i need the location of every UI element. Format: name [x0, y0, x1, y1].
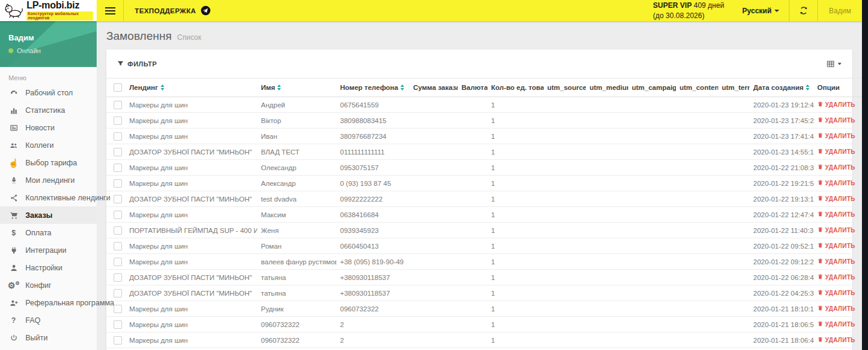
sidebar-item-statistics[interactable]: Статистика — [0, 101, 97, 119]
column-header-phone[interactable]: Номер телефона — [336, 78, 410, 97]
sidebar-item-orders[interactable]: Заказы — [0, 206, 97, 224]
row-checkbox[interactable] — [114, 195, 122, 203]
sidebar-item-faq[interactable]: ? FAQ — [0, 311, 97, 329]
row-checkbox[interactable] — [114, 148, 122, 156]
delete-button[interactable]: УДАЛИТЬ — [817, 242, 855, 250]
sidebar-item-collective-landings[interactable]: Коллективные лендинги — [0, 189, 97, 206]
cell-utm_source — [544, 270, 586, 285]
sidebar-item-integrations[interactable]: Интеграции — [0, 241, 97, 259]
column-label: utm_source — [547, 84, 586, 91]
cell-created: 2020-01-23 17:41:43 — [750, 129, 814, 144]
telegram-icon — [201, 5, 211, 16]
vertical-scrollbar[interactable] — [862, 0, 868, 350]
sidebar-item-logout[interactable]: Выйти — [0, 329, 97, 346]
cell-created: 2020-01-21 18:10:16 — [750, 301, 814, 317]
column-header-name[interactable]: Имя — [257, 78, 336, 97]
delete-button[interactable]: УДАЛИТЬ — [817, 195, 855, 203]
columns-visibility-button[interactable] — [826, 60, 841, 68]
delete-button[interactable]: УДАЛИТЬ — [817, 179, 855, 187]
cell-qty: 1 — [487, 238, 544, 254]
cell-created: 2020-01-22 12:47:43 — [750, 207, 814, 223]
cell-name: test dvadva — [257, 191, 336, 207]
delete-button[interactable]: УДАЛИТЬ — [817, 305, 855, 313]
delete-button[interactable]: УДАЛИТЬ — [817, 211, 855, 218]
sidebar-item-colleagues[interactable]: Коллеги — [0, 136, 97, 154]
column-header-utm_source: utm_source — [544, 78, 586, 97]
language-selector[interactable]: Русский — [733, 0, 789, 21]
cell-landing: Маркеры для шин — [126, 129, 257, 144]
row-checkbox[interactable] — [114, 101, 122, 109]
cell-utm_campaign — [628, 301, 676, 317]
sidebar-item-referral[interactable]: Реферальная программа — [0, 294, 97, 311]
cell-currency — [458, 270, 487, 285]
delete-button[interactable]: УДАЛИТЬ — [817, 258, 855, 266]
delete-button[interactable]: УДАЛИТЬ — [817, 226, 855, 234]
cell-utm_medium — [586, 301, 628, 317]
cell-utm_medium — [586, 113, 628, 129]
cell-created: 2020-01-22 19:13:19 — [750, 191, 814, 207]
sidebar-item-news[interactable]: Новости — [0, 119, 97, 136]
delete-button[interactable]: УДАЛИТЬ — [817, 164, 855, 171]
cell-qty: 1 — [487, 176, 544, 191]
sidebar-item-payment[interactable]: $ Оплата — [0, 224, 97, 241]
cell-utm_content — [676, 97, 718, 113]
delete-button[interactable]: УДАЛИТЬ — [817, 273, 855, 281]
row-checkbox[interactable] — [114, 116, 122, 125]
delete-button[interactable]: УДАЛИТЬ — [817, 116, 855, 124]
row-checkbox[interactable] — [114, 179, 122, 188]
cell-utm_content — [676, 223, 718, 238]
row-checkbox[interactable] — [114, 305, 122, 313]
refresh-button[interactable] — [789, 0, 817, 21]
chevron-down-icon — [774, 10, 779, 12]
row-checkbox[interactable] — [114, 242, 122, 250]
cell-currency — [458, 144, 487, 160]
table-row: ДОЗАТОР ЗУБНОЇ ПАСТИ "МИНЬОН"татьяна+380… — [106, 270, 864, 285]
row-checkbox[interactable] — [114, 258, 122, 266]
sort-icon[interactable] — [161, 84, 164, 91]
column-header-utm_campaign: utm_campaign — [628, 78, 676, 97]
cell-landing: ДОЗАТОР ЗУБНОЇ ПАСТИ "МИНЬОН" — [126, 191, 257, 207]
delete-button[interactable]: УДАЛИТЬ — [817, 320, 855, 328]
sort-icon[interactable] — [277, 84, 281, 91]
sidebar-item-settings[interactable]: Настройки — [0, 259, 97, 276]
topbar-username[interactable]: Вадим — [818, 0, 862, 21]
cell-utm_term — [718, 223, 750, 238]
cell-utm_term — [718, 207, 750, 223]
column-header-landing[interactable]: Лендинг — [126, 78, 257, 97]
row-checkbox[interactable] — [114, 273, 122, 282]
cell-utm_source — [544, 301, 586, 317]
sidebar-item-dashboard[interactable]: Рабочий стол — [0, 84, 97, 101]
delete-button[interactable]: УДАЛИТЬ — [817, 101, 855, 109]
sidebar-item-config[interactable]: ⚙⚙ Конфиг — [0, 276, 97, 294]
cell-sum — [410, 270, 458, 285]
sidebar-item-my-landings[interactable]: Мои лендинги — [0, 171, 97, 189]
column-header-created[interactable]: Дата создания — [750, 78, 814, 97]
brand-logo[interactable]: LP-mobi.biz Конструктор мобильных лендин… — [0, 0, 97, 21]
support-button[interactable]: ТЕХПОДДЕРЖКА — [124, 0, 222, 21]
delete-button[interactable]: УДАЛИТЬ — [817, 336, 855, 344]
cell-landing: Маркеры для шин — [126, 317, 257, 332]
cell-utm_term — [718, 176, 750, 191]
row-checkbox[interactable] — [114, 320, 122, 329]
cell-sum — [410, 129, 458, 144]
column-label: Кол-во ед. товара — [491, 84, 544, 91]
delete-button[interactable]: УДАЛИТЬ — [817, 148, 855, 156]
cell-utm_source — [544, 238, 586, 254]
hamburger-menu-button[interactable] — [97, 0, 123, 21]
row-checkbox[interactable] — [114, 289, 122, 298]
row-checkbox[interactable] — [114, 336, 122, 345]
row-checkbox[interactable] — [114, 132, 122, 141]
sidebar-item-tariff[interactable]: ☝ Выбор тарифа — [0, 154, 97, 171]
sort-icon[interactable] — [400, 84, 404, 91]
delete-button[interactable]: УДАЛИТЬ — [817, 289, 855, 297]
row-checkbox[interactable] — [114, 226, 122, 235]
filter-button[interactable]: ФИЛЬТР — [117, 60, 157, 68]
row-checkbox[interactable] — [114, 164, 122, 172]
sort-icon[interactable] — [806, 84, 809, 91]
row-checkbox[interactable] — [114, 211, 122, 219]
cell-utm_campaign — [628, 254, 676, 270]
select-all-checkbox[interactable] — [114, 83, 122, 92]
table-row: Маркеры для шинАлександр0 (93) 193 87 45… — [106, 176, 864, 191]
delete-button[interactable]: УДАЛИТЬ — [817, 132, 855, 140]
column-header-currency: Валюта — [458, 78, 487, 97]
